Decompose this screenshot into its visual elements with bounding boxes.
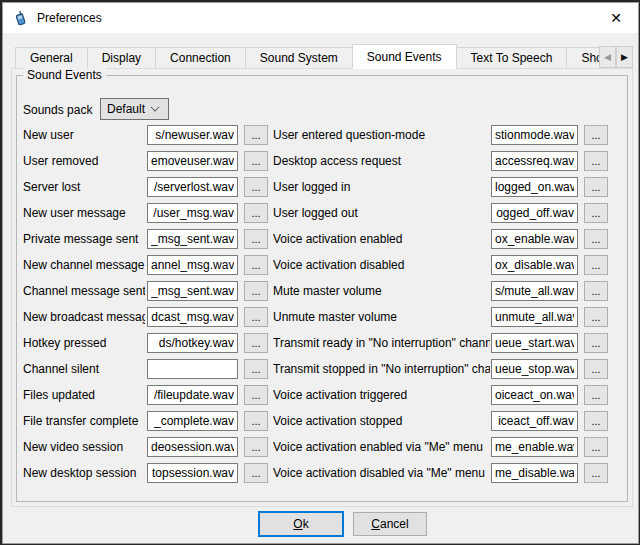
browse-button[interactable]: ... bbox=[584, 151, 608, 171]
sound-file-input[interactable] bbox=[147, 385, 238, 405]
sound-event-row: New user ... User entered question-mode … bbox=[3, 124, 640, 150]
sound-file-input[interactable] bbox=[491, 333, 578, 353]
browse-button[interactable]: ... bbox=[584, 411, 608, 431]
sound-event-label: Channel silent bbox=[23, 362, 145, 376]
sound-event-label: Transmit stopped in "No interruption" ch… bbox=[273, 362, 490, 376]
browse-button[interactable]: ... bbox=[584, 463, 608, 483]
tab-3[interactable]: Sound System bbox=[245, 47, 353, 69]
sound-event-row: New video session ... Voice activation e… bbox=[3, 436, 640, 462]
sound-event-label: New user bbox=[23, 128, 145, 142]
sound-event-label: Voice activation disabled bbox=[273, 258, 490, 272]
sound-event-label: Desktop access request bbox=[273, 154, 490, 168]
browse-button[interactable]: ... bbox=[244, 385, 268, 405]
groupbox-label: Sound Events bbox=[23, 68, 106, 82]
browse-button[interactable]: ... bbox=[584, 281, 608, 301]
sound-event-label: Hotkey pressed bbox=[23, 336, 145, 350]
sound-file-input[interactable] bbox=[147, 463, 238, 483]
sound-event-label: New desktop session bbox=[23, 466, 145, 480]
browse-button[interactable]: ... bbox=[244, 437, 268, 457]
sound-file-input[interactable] bbox=[147, 177, 238, 197]
sound-file-input[interactable] bbox=[491, 359, 578, 379]
sound-event-row: Files updated ... Voice activation trigg… bbox=[3, 384, 640, 410]
browse-button[interactable]: ... bbox=[584, 125, 608, 145]
sound-file-input[interactable] bbox=[491, 203, 578, 223]
sound-event-label: User removed bbox=[23, 154, 145, 168]
sound-event-label: Voice activation disabled via "Me" menu bbox=[273, 466, 490, 480]
sound-event-label: Voice activation stopped bbox=[273, 414, 490, 428]
browse-button[interactable]: ... bbox=[244, 411, 268, 431]
browse-button[interactable]: ... bbox=[584, 437, 608, 457]
sound-file-input[interactable] bbox=[491, 177, 578, 197]
sound-file-input[interactable] bbox=[491, 125, 578, 145]
sound-file-input[interactable] bbox=[147, 255, 238, 275]
sound-file-input[interactable] bbox=[491, 411, 578, 431]
sound-event-label: Private message sent bbox=[23, 232, 145, 246]
browse-button[interactable]: ... bbox=[244, 151, 268, 171]
sound-file-input[interactable] bbox=[491, 463, 578, 483]
tab-1[interactable]: Display bbox=[87, 47, 156, 69]
sound-event-label: User entered question-mode bbox=[273, 128, 490, 142]
sound-event-label: New channel message bbox=[23, 258, 145, 272]
tab-4[interactable]: Sound Events bbox=[352, 44, 457, 69]
sound-event-label: New user message bbox=[23, 206, 145, 220]
sound-file-input[interactable] bbox=[147, 203, 238, 223]
sound-event-row: New desktop session ... Voice activation… bbox=[3, 462, 640, 488]
sound-event-label: User logged out bbox=[273, 206, 490, 220]
tab-0[interactable]: General bbox=[15, 47, 88, 69]
cancel-button[interactable]: Cancel bbox=[353, 512, 427, 536]
sound-file-input[interactable] bbox=[147, 281, 238, 301]
browse-button[interactable]: ... bbox=[584, 385, 608, 405]
sound-event-label: User logged in bbox=[273, 180, 490, 194]
browse-button[interactable]: ... bbox=[244, 125, 268, 145]
sound-file-input[interactable] bbox=[491, 281, 578, 301]
browse-button[interactable]: ... bbox=[244, 359, 268, 379]
browse-button[interactable]: ... bbox=[584, 307, 608, 327]
browse-button[interactable]: ... bbox=[244, 281, 268, 301]
sound-event-label: Voice activation enabled bbox=[273, 232, 490, 246]
browse-button[interactable]: ... bbox=[244, 307, 268, 327]
sound-file-input[interactable] bbox=[491, 151, 578, 171]
browse-button[interactable]: ... bbox=[244, 333, 268, 353]
sound-file-input[interactable] bbox=[147, 437, 238, 457]
browse-button[interactable]: ... bbox=[244, 463, 268, 483]
sound-event-row: Private message sent ... Voice activatio… bbox=[3, 228, 640, 254]
browse-button[interactable]: ... bbox=[584, 255, 608, 275]
browse-button[interactable]: ... bbox=[584, 229, 608, 249]
sound-file-input[interactable] bbox=[147, 307, 238, 327]
sound-file-input[interactable] bbox=[147, 333, 238, 353]
sound-file-input[interactable] bbox=[491, 437, 578, 457]
sound-file-input[interactable] bbox=[491, 307, 578, 327]
browse-button[interactable]: ... bbox=[244, 229, 268, 249]
ok-button[interactable]: Ok bbox=[258, 511, 344, 537]
tab-scroll-buttons: ◀ ▶ bbox=[599, 46, 633, 68]
sound-file-input[interactable] bbox=[491, 255, 578, 275]
sound-file-input[interactable] bbox=[491, 229, 578, 249]
sound-file-input[interactable] bbox=[147, 151, 238, 171]
tab-scroll-left-icon[interactable]: ◀ bbox=[599, 46, 616, 68]
browse-button[interactable]: ... bbox=[584, 203, 608, 223]
tab-2[interactable]: Connection bbox=[155, 47, 246, 69]
sounds-pack-select[interactable]: Default bbox=[100, 98, 169, 120]
sound-file-input[interactable] bbox=[147, 229, 238, 249]
browse-button[interactable]: ... bbox=[584, 333, 608, 353]
browse-button[interactable]: ... bbox=[584, 359, 608, 379]
sound-event-rows: New user ... User entered question-mode … bbox=[3, 124, 640, 488]
close-icon[interactable]: ✕ bbox=[598, 3, 634, 33]
sound-event-row: New broadcast message ... Unmute master … bbox=[3, 306, 640, 332]
tab-5[interactable]: Text To Speech bbox=[456, 47, 568, 69]
tab-scroll-right-icon[interactable]: ▶ bbox=[616, 46, 633, 68]
sound-event-label: Unmute master volume bbox=[273, 310, 490, 324]
chevron-down-icon bbox=[150, 102, 159, 111]
sound-file-input[interactable] bbox=[147, 125, 238, 145]
sound-file-input[interactable] bbox=[147, 411, 238, 431]
browse-button[interactable]: ... bbox=[244, 255, 268, 275]
sound-file-input[interactable] bbox=[491, 385, 578, 405]
browse-button[interactable]: ... bbox=[584, 177, 608, 197]
browse-button[interactable]: ... bbox=[244, 203, 268, 223]
sound-event-label: New video session bbox=[23, 440, 145, 454]
title-bar: Preferences ✕ bbox=[3, 3, 638, 33]
sound-event-row: New channel message ... Voice activation… bbox=[3, 254, 640, 280]
sound-event-row: Channel message sent ... Mute master vol… bbox=[3, 280, 640, 306]
sound-file-input[interactable] bbox=[147, 359, 238, 379]
browse-button[interactable]: ... bbox=[244, 177, 268, 197]
